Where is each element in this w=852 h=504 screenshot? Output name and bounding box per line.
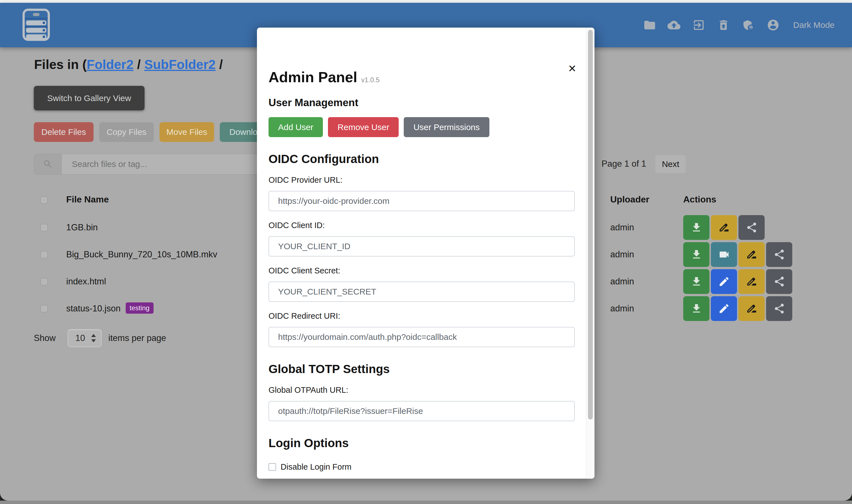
file-name[interactable]: 1GB.bin (66, 222, 98, 233)
close-icon[interactable]: ✕ (568, 64, 576, 74)
row-checkbox[interactable] (40, 278, 48, 286)
folder-icon[interactable] (643, 19, 656, 32)
move-files-button[interactable]: Move Files (159, 122, 214, 142)
oidc-redirect-uri-label: OIDC Redirect URI: (268, 311, 575, 321)
disable-login-form-row: Disable Login Form (268, 462, 575, 472)
items-per-page-value: 10 (75, 333, 90, 343)
uploader-cell: admin (610, 276, 634, 287)
share-file-button[interactable] (766, 242, 792, 267)
download-icon (691, 249, 702, 260)
breadcrumb-prefix: Files in ( (34, 57, 87, 72)
switch-gallery-view-button[interactable]: Switch to Gallery View (34, 86, 144, 110)
videocam-icon (718, 249, 730, 260)
download-icon (691, 276, 702, 287)
download-file-button[interactable] (683, 296, 710, 321)
share-file-button[interactable] (738, 215, 765, 240)
share-icon (746, 221, 758, 233)
share-icon (773, 303, 785, 314)
header-actions: Dark Mode (643, 3, 835, 47)
cloud-upload-icon[interactable] (667, 19, 680, 32)
remove-user-button[interactable]: Remove User (328, 117, 399, 137)
row-checkbox[interactable] (40, 251, 48, 258)
delete-files-button[interactable]: Delete Files (34, 122, 93, 142)
global-totp-heading: Global TOTP Settings (268, 362, 575, 376)
edit-file-button[interactable] (711, 269, 737, 294)
oidc-provider-url-input[interactable] (268, 191, 575, 211)
window-top-strip (0, 0, 852, 3)
copy-files-button[interactable]: Copy Files (99, 122, 154, 142)
row-actions (683, 296, 792, 321)
breadcrumb-link-folder2[interactable]: Folder2 (87, 57, 134, 72)
row-checkbox[interactable] (40, 305, 48, 312)
oidc-client-id-label: OIDC Client ID: (268, 221, 575, 230)
download-file-button[interactable] (683, 215, 710, 240)
admin-panel-modal: ✕ Admin Panel v1.0.5 User Management Add… (257, 28, 594, 479)
rename-file-button[interactable] (711, 215, 737, 240)
row-checkbox[interactable] (40, 224, 48, 231)
row-actions (683, 269, 792, 294)
restore-trash-icon[interactable] (717, 19, 730, 32)
column-header-file-name[interactable]: File Name (66, 194, 109, 205)
download-file-button[interactable] (683, 269, 710, 294)
download-file-button[interactable] (683, 242, 710, 267)
breadcrumb-link-subfolder2[interactable]: SubFolder2 (144, 57, 215, 72)
share-file-button[interactable] (766, 269, 792, 294)
disable-login-form-checkbox[interactable] (268, 463, 276, 471)
edit-icon (718, 303, 730, 314)
pagination-status: Page 1 of 1 (602, 159, 646, 169)
user-permissions-button[interactable]: User Permissions (404, 117, 489, 137)
next-page-button[interactable]: Next (655, 155, 686, 173)
oidc-client-id-input[interactable] (268, 236, 575, 256)
select-arrows-icon (90, 334, 97, 342)
modal-title-row: Admin Panel v1.0.5 (268, 69, 575, 86)
modal-version: v1.0.5 (361, 76, 380, 84)
select-all-checkbox[interactable] (40, 196, 48, 204)
oidc-provider-url-label: OIDC Provider URL: (268, 175, 575, 185)
sign-in-icon[interactable] (692, 19, 705, 32)
modal-scrollbar[interactable] (586, 28, 594, 479)
file-name[interactable]: Big_Buck_Bunny_720_10s_10MB.mkv (66, 250, 217, 259)
modal-scrollbar-thumb[interactable] (588, 30, 593, 419)
rename-icon (746, 249, 758, 260)
rename-file-button[interactable] (738, 269, 765, 294)
items-per-page-control: Show 10 items per page (34, 329, 166, 347)
oidc-client-secret-input[interactable] (268, 282, 575, 302)
row-actions (683, 242, 792, 267)
filerise-logo[interactable] (22, 8, 50, 41)
oidc-redirect-uri-input[interactable] (268, 327, 575, 347)
breadcrumb-separator: / (134, 57, 144, 72)
download-icon (691, 221, 702, 233)
column-header-actions: Actions (683, 194, 716, 205)
admin-shield-icon[interactable] (742, 19, 755, 32)
preview-video-button[interactable] (711, 242, 737, 267)
rename-icon (746, 276, 758, 287)
dark-mode-toggle[interactable]: Dark Mode (793, 20, 835, 30)
rename-icon (746, 303, 758, 314)
edit-icon (718, 276, 730, 287)
file-name[interactable]: index.html (66, 276, 106, 287)
global-otpauth-url-input[interactable] (268, 401, 575, 421)
search-icon (34, 154, 62, 174)
uploader-cell: admin (610, 304, 634, 314)
share-file-button[interactable] (766, 296, 792, 321)
column-header-uploader[interactable]: Uploader (610, 194, 649, 205)
share-icon (773, 249, 785, 260)
rename-file-button[interactable] (738, 242, 765, 267)
uploader-cell: admin (610, 222, 634, 233)
breadcrumb-suffix: / (215, 57, 223, 72)
items-per-page-suffix: items per page (108, 333, 166, 343)
oidc-client-secret-label: OIDC Client Secret: (268, 266, 575, 275)
row-actions (683, 215, 765, 240)
breadcrumb: Files in (Folder2 / SubFolder2 / (34, 57, 223, 72)
add-user-button[interactable]: Add User (268, 117, 323, 137)
download-icon (691, 303, 702, 314)
file-name[interactable]: status-10.jsontesting (66, 304, 154, 315)
user-management-heading: User Management (268, 97, 575, 109)
account-circle-icon[interactable] (767, 19, 780, 32)
items-per-page-select[interactable]: 10 (68, 329, 102, 347)
login-options-heading: Login Options (268, 436, 575, 450)
user-management-buttons: Add User Remove User User Permissions (268, 117, 575, 137)
edit-file-button[interactable] (711, 296, 737, 321)
uploader-cell: admin (610, 250, 634, 259)
rename-file-button[interactable] (738, 296, 765, 321)
